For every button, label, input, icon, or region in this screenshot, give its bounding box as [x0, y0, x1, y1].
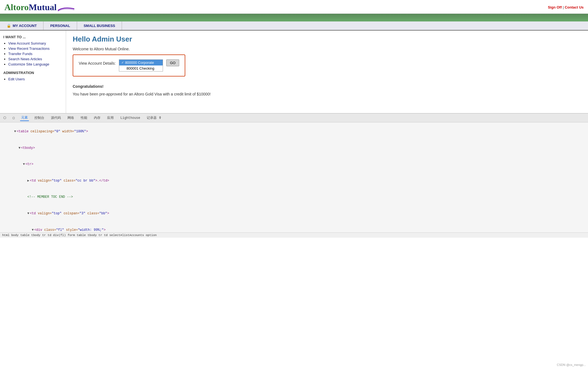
account-details-row: View Account Details: ✓ 800000 Corporate… [79, 59, 179, 72]
devtools-tab-performance[interactable]: 性能 [80, 115, 88, 121]
devtools-tab-network[interactable]: 网络 [66, 115, 75, 121]
account-details-box: View Account Details: ✓ 800000 Corporate… [73, 54, 185, 76]
logo-swoosh-icon [58, 7, 74, 12]
sidebar-want-to-heading: I WANT TO ... [3, 35, 62, 39]
caret-icon[interactable]: ▶ [27, 179, 29, 183]
caret-icon[interactable]: ▼ [27, 212, 29, 215]
sidebar-links: View Account Summary View Recent Transac… [3, 41, 62, 66]
logo-area: AltoroMutual [4, 2, 74, 12]
sidebar-item-view-recent-transactions[interactable]: View Recent Transactions [8, 46, 50, 51]
devtools-tab-lighthouse[interactable]: Lighthouse [119, 116, 141, 120]
account-details-label: View Account Details: [79, 59, 116, 65]
checkmark-icon: ✓ [121, 61, 124, 64]
main-layout: I WANT TO ... View Account Summary View … [0, 31, 588, 113]
devtools-tab-elements[interactable]: 元素 [20, 115, 29, 121]
list-item: Customize Site Language [8, 62, 62, 66]
go-button[interactable]: GO [166, 59, 179, 66]
list-item: View Recent Transactions [8, 46, 62, 51]
option-label: 800001 Checking [126, 66, 154, 70]
welcome-text: Welcome to Altoro Mutual Online. [73, 47, 581, 51]
sidebar-item-customize-site-language[interactable]: Customize Site Language [8, 62, 49, 66]
caret-icon[interactable]: ▼ [18, 146, 20, 150]
nav-personal[interactable]: PERSONAL [43, 21, 77, 30]
lock-icon: 🔒 [7, 24, 11, 28]
green-banner [0, 14, 588, 21]
devtools-breadcrumb: html body table tbody tr td div(fl) form… [0, 232, 588, 238]
dt-line: <!-- MEMBER TOC END --> [2, 189, 586, 206]
nav-small-business[interactable]: SMALL BUSINESS [77, 21, 122, 30]
list-item: Transfer Funds [8, 52, 62, 56]
dt-line: ▼<div class="fl" style="width: 99%;"> [2, 222, 586, 232]
devtools-content: ▼<table cellspacing="0" width="100%"> ▼<… [0, 122, 588, 232]
admin-links: Edit Users [3, 77, 62, 81]
account-select-dropdown[interactable]: ✓ 800000 Corporate 800001 Checking [119, 59, 163, 72]
option-800001-checking[interactable]: 800001 Checking [119, 65, 163, 71]
devtools-icon-box[interactable]: ▢ [12, 115, 16, 120]
caret-icon[interactable]: ▼ [23, 162, 25, 166]
devtools-tab-recorder[interactable]: 记录器 🎙 [146, 115, 163, 121]
option-800000-corporate[interactable]: ✓ 800000 Corporate [119, 60, 163, 65]
devtools-tab-application[interactable]: 应用 [106, 115, 115, 121]
caret-icon[interactable]: ▼ [14, 130, 16, 133]
devtools-panel: ⬡ ▢ 元素 控制台 源代码 网络 性能 内存 应用 Lighthouse 记录… [0, 113, 588, 238]
logo-mutual: Mutual [29, 2, 56, 12]
navbar: 🔒 MY ACCOUNT PERSONAL SMALL BUSINESS [0, 21, 588, 31]
list-item: Edit Users [8, 77, 62, 81]
sidebar-item-edit-users[interactable]: Edit Users [8, 77, 25, 81]
contact-link[interactable]: Contact Us [565, 5, 584, 9]
dt-line: ▼<td valign="top" colspan="3" class="bb"… [2, 206, 586, 222]
sidebar-item-transfer-funds[interactable]: Transfer Funds [8, 52, 32, 56]
dt-line: ▼<tr> [2, 156, 586, 173]
header-links: Sign Off | Contact Us [548, 5, 584, 9]
dt-line: ▼<tbody> [2, 140, 586, 157]
sign-off-link[interactable]: Sign Off [548, 5, 562, 9]
admin-section: ADMINISTRATION Edit Users [3, 71, 62, 81]
congrats-title: Congratulations! [73, 84, 581, 89]
sidebar: I WANT TO ... View Account Summary View … [0, 31, 66, 113]
dt-line: ▼<table cellspacing="0" width="100%"> [2, 124, 586, 140]
devtools-tab-memory[interactable]: 内存 [93, 115, 102, 121]
devtools-toolbar: ⬡ ▢ 元素 控制台 源代码 网络 性能 内存 应用 Lighthouse 记录… [0, 114, 588, 122]
devtools-tab-sources[interactable]: 源代码 [50, 115, 62, 121]
devtools-tab-console[interactable]: 控制台 [33, 115, 45, 121]
logo-altoro: Altoro [4, 2, 29, 12]
sidebar-item-view-account-summary[interactable]: View Account Summary [8, 41, 46, 45]
content-area: Hello Admin User Welcome to Altoro Mutua… [66, 31, 588, 113]
congrats-text: You have been pre-approved for an Altoro… [73, 92, 581, 96]
sidebar-item-search-news-articles[interactable]: Search News Articles [8, 57, 42, 61]
option-label: 800000 Corporate [125, 61, 154, 65]
header: AltoroMutual Sign Off | Contact Us [0, 0, 588, 14]
caret-icon[interactable]: ▼ [32, 228, 34, 232]
nav-my-account[interactable]: 🔒 MY ACCOUNT [0, 21, 43, 30]
admin-heading: ADMINISTRATION [3, 71, 62, 75]
select-wrapper: ✓ 800000 Corporate 800001 Checking [119, 59, 163, 72]
dt-line: ▶<td valign="top" class="cc br bb">…</td… [2, 173, 586, 189]
list-item: Search News Articles [8, 57, 62, 61]
page-title: Hello Admin User [73, 35, 581, 43]
list-item: View Account Summary [8, 41, 62, 45]
devtools-icon-cursor[interactable]: ⬡ [2, 115, 7, 120]
